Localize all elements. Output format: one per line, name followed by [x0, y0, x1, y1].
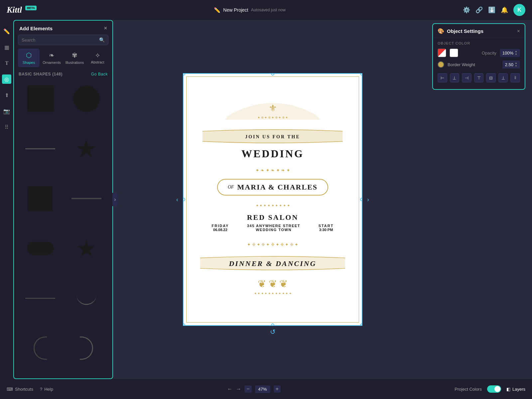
- obj-panel-header: 🎨 Object Settings ×: [433, 24, 525, 38]
- small-square-shape: [28, 186, 53, 211]
- day-label: FRIDAY: [211, 224, 229, 228]
- shortcuts-button[interactable]: ⌨ Shortcuts: [7, 387, 33, 392]
- shape-item-thin-line[interactable]: [19, 280, 62, 317]
- tab-ornaments[interactable]: ❧ Ornaments: [41, 49, 63, 67]
- abstract-tab-label: Abstract: [91, 60, 104, 64]
- line-shape: [25, 148, 55, 149]
- shape-item-small-square[interactable]: [19, 180, 62, 217]
- object-color-label: OBJECT COLOR: [433, 38, 525, 47]
- align-top-button[interactable]: ⊤: [474, 73, 484, 82]
- shape-item-curve2[interactable]: [65, 280, 108, 317]
- panel-close-button[interactable]: ×: [104, 25, 107, 31]
- go-back-button[interactable]: Go Back: [91, 72, 108, 76]
- shape-item-star-small[interactable]: ★: [65, 230, 108, 267]
- sidebar-shapes-icon[interactable]: ◎: [2, 74, 11, 84]
- sidebar-edit-icon[interactable]: ✏️: [2, 27, 11, 36]
- shape-item-star[interactable]: ★: [65, 130, 108, 167]
- svg-text:✦ ❧ ✦ ❧ ✦ ❧ ✦: ✦ ❧ ✦ ❧ ✦ ❧ ✦: [255, 168, 290, 173]
- svg-text:✦ ✦ ✦ ✦ ✦ ✦ ✦ ✦ ✦: ✦ ✦ ✦ ✦ ✦ ✦ ✦ ✦ ✦: [256, 203, 290, 207]
- sidebar-grid-icon[interactable]: ⠿: [2, 122, 11, 132]
- redo-button[interactable]: →: [236, 386, 241, 392]
- layers-button[interactable]: ◧ Layers: [506, 387, 525, 392]
- distribute-button[interactable]: ⦀: [510, 73, 520, 82]
- zoom-level[interactable]: 47%: [255, 385, 270, 393]
- layers-icon: ◧: [506, 387, 510, 392]
- svg-text:✦ ✦ ✦ ✦ ✦ ✦ ✦ ✦ ✦ ✦ ✦: ✦ ✦ ✦ ✦ ✦ ✦ ✦ ✦ ✦ ✦ ✦: [254, 292, 292, 295]
- sidebar-text-icon[interactable]: 𝐓: [2, 59, 11, 68]
- topbar-left: Kittl BETA: [7, 5, 37, 15]
- panel-collapse-button[interactable]: ›: [112, 193, 118, 206]
- shape-item-arc-left[interactable]: [19, 330, 62, 366]
- object-settings-panel: 🎨 Object Settings × OBJECT COLOR Opacity…: [432, 23, 525, 90]
- zoom-plus-button[interactable]: +: [274, 385, 281, 393]
- details-row: FRIDAY 06.08.22 345 ANYWHERE STREET WEDD…: [202, 224, 343, 232]
- zoom-minus-button[interactable]: −: [244, 385, 251, 393]
- logo[interactable]: Kittl: [7, 5, 22, 15]
- obj-panel-title-text: Object Settings: [447, 28, 483, 34]
- dinner-ribbon: DINNER & DANCING: [200, 254, 345, 273]
- notification-icon[interactable]: 🔔: [501, 6, 508, 14]
- obj-settings-icon: 🎨: [438, 28, 444, 34]
- rotate-handle[interactable]: ↺: [270, 328, 276, 336]
- tab-shapes[interactable]: ⬡ Shapes: [18, 49, 40, 67]
- color-row: Opacity 100% ▲▼: [433, 47, 525, 59]
- shape-item-arc-right[interactable]: [65, 330, 108, 366]
- time-value: 3:30 PM: [319, 228, 334, 232]
- shape-item-line[interactable]: [19, 130, 62, 167]
- align-right-button[interactable]: ⊣: [462, 73, 471, 82]
- names-text: MARIA & CHARLES: [237, 183, 318, 192]
- opacity-spinner[interactable]: ▲▼: [515, 50, 517, 56]
- tab-illustrations[interactable]: ✾ Illustrations: [64, 49, 85, 67]
- border-weight-label: Border Weight: [448, 62, 499, 67]
- help-icon: ?: [40, 387, 42, 392]
- tab-abstract[interactable]: ⟡ Abstract: [87, 49, 108, 67]
- project-colors-toggle[interactable]: [487, 385, 501, 393]
- shortcuts-icon: ⌨: [7, 387, 13, 392]
- color-swatch-transparent[interactable]: [438, 49, 446, 57]
- topbar-right: ⚙️ 🔗 ⬇️ 🔔 K: [463, 4, 525, 16]
- shape-item-rounded-rect[interactable]: [19, 230, 62, 267]
- date-block: FRIDAY 06.08.22: [211, 224, 229, 232]
- undo-button[interactable]: ←: [227, 386, 232, 392]
- avatar[interactable]: K: [513, 4, 525, 16]
- border-color-swatch[interactable]: [438, 61, 444, 68]
- canvas-arrow-left[interactable]: ‹: [176, 196, 178, 203]
- shape-item-fat-line[interactable]: [65, 180, 108, 217]
- mid-ornament: ✦ ❧ ✦ ❧ ✦ ❧ ✦: [219, 162, 326, 177]
- color-swatch-white[interactable]: [450, 49, 458, 57]
- canvas-arrow-right[interactable]: ›: [367, 196, 369, 203]
- arc-left-shape: [34, 336, 47, 360]
- small-ornament: ✦ ✦ ✦ ✦ ✦ ✦ ✦ ✦ ✦: [223, 198, 323, 211]
- shapes-section-header: BASIC SHAPES (148) Go Back: [14, 70, 112, 78]
- left-sidebar: ✏️ ▦ 𝐓 ◎ ⬆ 📷 ⠿: [0, 20, 13, 379]
- help-button[interactable]: ? Help: [40, 387, 53, 392]
- opacity-number: 100%: [502, 51, 513, 56]
- share-icon[interactable]: 🔗: [475, 6, 483, 14]
- of-text: OF: [228, 185, 234, 190]
- shapes-grid: ★ ★: [14, 78, 112, 378]
- download-icon[interactable]: ⬇️: [488, 6, 495, 14]
- settings-icon[interactable]: ⚙️: [463, 6, 470, 14]
- shape-item-circle[interactable]: [65, 80, 108, 117]
- opacity-value[interactable]: 100% ▲▼: [500, 49, 520, 57]
- border-spinner[interactable]: ▲▼: [515, 62, 517, 67]
- search-bar[interactable]: 🔍: [18, 35, 108, 45]
- align-left-button[interactable]: ⊢: [438, 73, 447, 82]
- sidebar-upload-icon[interactable]: ⬆: [2, 90, 11, 100]
- search-input[interactable]: [22, 38, 96, 43]
- sidebar-camera-icon[interactable]: 📷: [2, 106, 11, 116]
- sidebar-table-icon[interactable]: ▦: [2, 43, 11, 52]
- shape-item-square[interactable]: [19, 80, 62, 117]
- align-center-h-button[interactable]: ⊥: [450, 73, 460, 82]
- bottom-left: ⌨ Shortcuts ? Help: [7, 387, 53, 392]
- align-middle-button[interactable]: ⊟: [486, 73, 496, 82]
- align-bottom-button[interactable]: ⊥: [498, 73, 508, 82]
- pencil-icon: ✏️: [214, 7, 220, 13]
- topbar: Kittl BETA ✏️ New Project Autosaved just…: [0, 0, 532, 20]
- project-name[interactable]: New Project: [223, 7, 248, 13]
- border-value[interactable]: 2.50 ▲▼: [502, 61, 520, 68]
- obj-panel-close-button[interactable]: ×: [517, 28, 520, 34]
- design-canvas[interactable]: ✦ ❈ ✦ ❈ ✦ ❈ ✦ ❈ ✦ ⚜ JOIN US FOR THE: [183, 73, 362, 326]
- ornaments-tab-label: Ornaments: [43, 61, 61, 65]
- abstract-cat-icon: ⟡: [95, 51, 100, 59]
